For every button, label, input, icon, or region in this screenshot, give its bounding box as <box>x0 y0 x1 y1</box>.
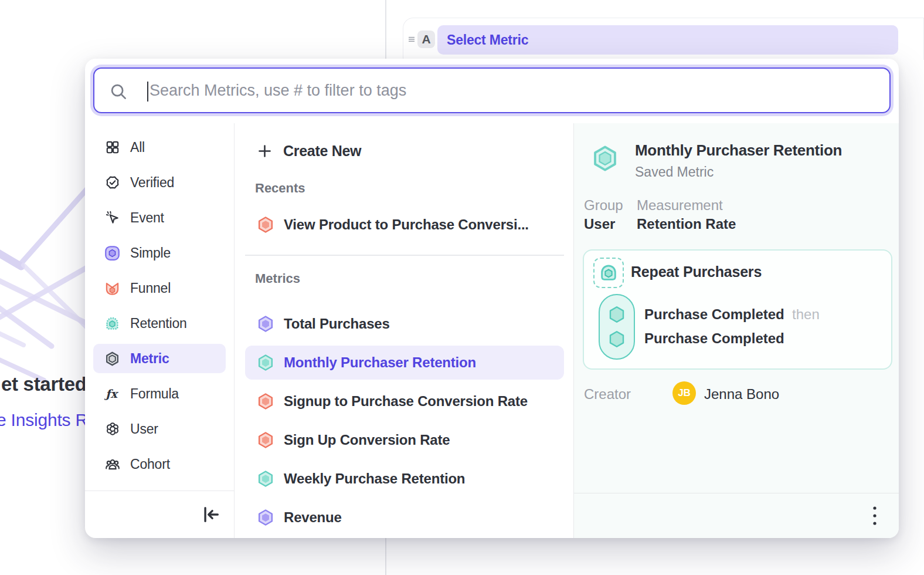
definition-step: Purchase Completed <box>644 330 784 347</box>
step-connector: then <box>788 306 819 322</box>
metric-list-column: Create New Recents View Product to Purch… <box>235 123 573 538</box>
list-item-label: Weekly Purchase Retention <box>284 471 465 487</box>
hexagon-salmon-icon <box>257 216 274 234</box>
sidebar-item-label: Verified <box>130 175 174 191</box>
list-item-label: View Product to Purchase Conversi... <box>284 217 529 233</box>
sidebar-item-funnel[interactable]: Funnel <box>85 273 226 303</box>
definition-step: Purchase Completed then <box>644 306 820 323</box>
sidebar-item-label: Simple <box>130 245 171 261</box>
retention-behavior-icon <box>593 258 624 288</box>
creator-name: Jenna Bono <box>704 386 779 402</box>
event-hexagon-icon <box>606 304 627 325</box>
definition-name: Repeat Purchasers <box>631 263 762 280</box>
more-options-icon[interactable] <box>872 505 878 526</box>
creator-label: Creator <box>584 386 631 402</box>
metric-definition-card: Repeat Purchasers Purchase Completed the… <box>583 249 892 370</box>
sidebar-item-metric[interactable]: Metric <box>93 344 226 373</box>
select-metric-control[interactable]: Select Metric <box>437 25 898 55</box>
detail-subtitle: Saved Metric <box>635 164 714 180</box>
metric-picker-modal: All Verified <box>85 59 899 538</box>
field-value-group: User <box>584 216 615 232</box>
formula-icon: ƒx <box>104 386 120 402</box>
query-builder-row: A Select Metric <box>403 18 924 60</box>
section-label-recents: Recents <box>255 181 564 196</box>
list-divider <box>245 255 564 256</box>
field-label-measurement: Measurement <box>637 197 723 214</box>
grid-icon <box>104 140 120 155</box>
sidebar-item-verified[interactable]: Verified <box>85 168 226 197</box>
insights-report-link-fragment[interactable]: e Insights Re <box>0 410 98 430</box>
event-sequence-capsule <box>599 294 635 360</box>
hexagon-salmon-icon <box>257 431 274 449</box>
simple-icon <box>104 245 120 261</box>
drag-handle-icon[interactable] <box>406 33 417 45</box>
sidebar-item-label: Formula <box>130 386 179 402</box>
decorative-chart-lines <box>0 187 94 392</box>
picker-columns: All Verified <box>85 123 899 538</box>
metrics-list: Total Purchases Monthly Purchaser Retent… <box>245 307 564 535</box>
search-box[interactable] <box>93 67 891 113</box>
list-item-label: Sign Up Conversion Rate <box>284 432 450 448</box>
sidebar-item-event[interactable]: Event <box>85 203 226 232</box>
sidebar-footer <box>85 491 234 538</box>
select-metric-label: Select Metric <box>447 32 528 48</box>
list-item-label: Total Purchases <box>284 316 390 332</box>
sidebar-item-label: Retention <box>130 316 187 332</box>
sidebar-item-label: Cohort <box>130 456 170 472</box>
field-value-measurement: Retention Rate <box>637 216 736 232</box>
user-flower-icon <box>104 421 120 437</box>
sidebar-item-label: All <box>130 140 145 155</box>
list-item-weekly-purchase-retention[interactable]: Weekly Purchase Retention <box>245 462 564 496</box>
verified-badge-icon <box>104 175 120 191</box>
sidebar-item-label: Event <box>130 210 164 226</box>
create-new-button[interactable]: Create New <box>245 136 564 165</box>
sidebar-item-formula[interactable]: ƒx Formula <box>85 379 226 408</box>
funnel-icon <box>104 280 120 296</box>
svg-text:ƒx: ƒx <box>104 387 118 400</box>
retention-icon <box>104 316 120 332</box>
metric-hexagon-icon <box>104 351 120 367</box>
cohort-icon <box>104 456 120 472</box>
step-event: Purchase Completed <box>644 330 784 346</box>
list-item-sign-up-conversion-rate[interactable]: Sign Up Conversion Rate <box>245 423 564 457</box>
sidebar-item-label: Metric <box>130 351 169 367</box>
search-area <box>85 59 899 123</box>
sidebar-item-label: User <box>130 421 158 437</box>
sidebar-item-user[interactable]: User <box>85 414 226 444</box>
detail-title: Monthly Purchaser Retention <box>635 141 842 160</box>
list-item-monthly-purchaser-retention[interactable]: Monthly Purchaser Retention <box>245 346 564 380</box>
sidebar-item-all[interactable]: All <box>85 133 226 162</box>
list-item-total-purchases[interactable]: Total Purchases <box>245 307 564 341</box>
plus-icon <box>257 143 273 159</box>
sidebar-item-label: Funnel <box>130 280 171 296</box>
sidebar-item-retention[interactable]: Retention <box>85 309 226 338</box>
creator-avatar: JB <box>672 381 696 405</box>
collapse-panel-icon[interactable] <box>201 505 221 525</box>
hexagon-purple-icon <box>257 509 274 526</box>
field-label-group: Group <box>584 197 623 214</box>
list-item-label: Signup to Purchase Conversion Rate <box>284 393 528 410</box>
event-hexagon-icon <box>606 329 627 350</box>
sidebar-item-cohort[interactable]: Cohort <box>85 449 226 479</box>
text-cursor <box>147 82 148 102</box>
hexagon-salmon-icon <box>257 393 274 410</box>
search-icon <box>110 83 127 100</box>
row-letter-badge[interactable]: A <box>417 31 435 48</box>
filter-sidebar: All Verified <box>85 123 235 538</box>
list-item-label: Monthly Purchaser Retention <box>284 354 476 371</box>
list-item-label: Revenue <box>284 509 342 526</box>
hexagon-purple-icon <box>257 315 274 333</box>
metric-hexagon-teal-icon <box>592 145 619 172</box>
detail-footer <box>574 493 899 538</box>
hexagon-teal-icon <box>257 354 274 371</box>
section-label-metrics: Metrics <box>255 271 564 286</box>
background-heading-fragment: et started. <box>1 373 91 395</box>
list-item-recent[interactable]: View Product to Purchase Conversi... <box>245 208 564 242</box>
hexagon-teal-icon <box>257 470 274 488</box>
search-input[interactable] <box>94 69 889 112</box>
list-item-signup-to-purchase-conversion-rate[interactable]: Signup to Purchase Conversion Rate <box>245 384 564 418</box>
create-new-label: Create New <box>283 143 361 160</box>
sidebar-item-simple[interactable]: Simple <box>85 238 226 268</box>
metric-picker-screen: et started. e Insights Re A Select Metri… <box>0 0 924 575</box>
list-item-revenue[interactable]: Revenue <box>245 500 564 535</box>
